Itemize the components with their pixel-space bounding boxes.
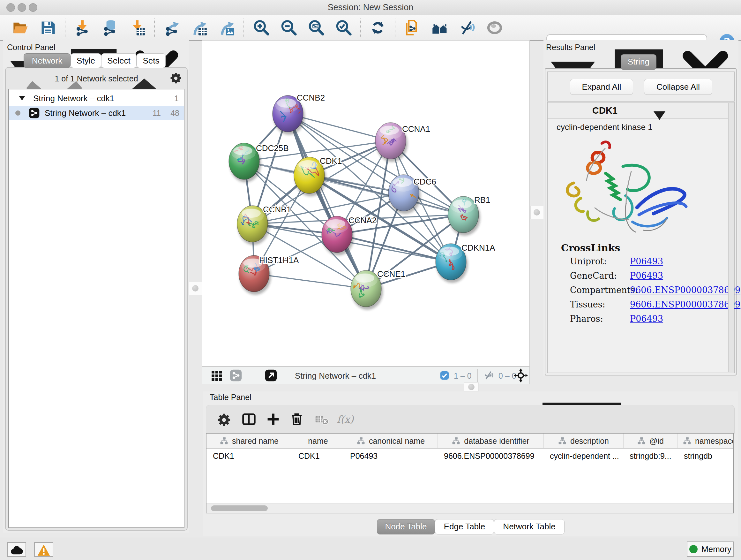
import-table-button[interactable]: [128, 19, 146, 37]
tab-sets[interactable]: Sets: [137, 53, 165, 68]
fit-content-crosshair-icon[interactable]: [514, 368, 528, 382]
crosslink-link[interactable]: P06493: [630, 256, 663, 266]
tab-node-table[interactable]: Node Table: [377, 519, 435, 535]
hide-selected-button[interactable]: [458, 19, 476, 37]
birds-eye-view-icon[interactable]: [211, 370, 223, 382]
collapse-all-button[interactable]: Collapse All: [644, 79, 712, 95]
network-options-gear-icon[interactable]: [170, 71, 182, 84]
cdk1-entry-header[interactable]: CDK1: [548, 103, 734, 119]
cell[interactable]: stringdb:9...: [623, 449, 677, 463]
column-header-canonical-name[interactable]: canonical name: [344, 434, 437, 448]
main-toolbar: ?: [0, 15, 741, 41]
show-all-button[interactable]: [486, 19, 503, 37]
table-row[interactable]: CDK1CDK1P064939606.ENSP00000378699cyclin…: [206, 449, 734, 463]
table-panel-title: Table Panel: [210, 393, 252, 402]
export-network-icon: [163, 19, 180, 36]
selected-items-checkbox-icon[interactable]: [440, 371, 449, 380]
network-view-canvas[interactable]: CCNB2CCNA1CDC25BCDK1CDC6RB1CCNB1CCNA2CDK…: [202, 40, 530, 367]
delete-table-icon: [315, 412, 329, 426]
open-session-button[interactable]: [11, 19, 29, 37]
tab-network[interactable]: Network: [23, 53, 71, 68]
tab-edge-table[interactable]: Edge Table: [435, 519, 494, 535]
network-edge[interactable]: [337, 234, 451, 262]
zoom-selected-button[interactable]: [334, 19, 352, 37]
share-document-button[interactable]: [403, 19, 421, 37]
branch-icon: [357, 437, 365, 445]
results-scrollbar[interactable]: [728, 103, 734, 372]
network-view-badge-icon[interactable]: [230, 369, 242, 381]
column-header-id[interactable]: @id: [623, 434, 677, 448]
table-horizontal-scrollbar[interactable]: [206, 503, 733, 513]
node-label-CDC25B: CDC25B: [256, 143, 289, 153]
crosslink-label: Pharos:: [570, 314, 603, 324]
detach-view-icon[interactable]: [265, 369, 277, 381]
zoom-in-button[interactable]: [252, 19, 270, 37]
memory-button[interactable]: Memory: [687, 542, 734, 557]
right-splitter-handle[interactable]: [530, 206, 544, 219]
tab-style[interactable]: Style: [71, 53, 101, 68]
export-table-button[interactable]: [190, 19, 208, 37]
table-options-gear-icon[interactable]: [217, 412, 231, 426]
crosslink-link[interactable]: 9606.ENSP00000378699: [630, 300, 740, 309]
show-columns-icon[interactable]: [242, 412, 256, 426]
show-all-icon: [486, 19, 503, 36]
toolbar-separator: [244, 18, 244, 37]
network-collection-row[interactable]: String Network – cdk1 1: [9, 91, 184, 105]
crosslinks-title: CrossLinks: [561, 242, 620, 253]
network-row-selected[interactable]: String Network – cdk1 11 48: [9, 106, 184, 120]
zoom-out-button[interactable]: [280, 19, 297, 37]
warning-icon: [35, 544, 53, 557]
warnings-button[interactable]: [34, 542, 53, 557]
cell[interactable]: CDK1: [292, 449, 344, 463]
network-tree: String Network – cdk1 1 String Network –…: [8, 89, 185, 528]
crosslink-link[interactable]: 9606.ENSP00000378699: [630, 285, 740, 295]
node-label-CDC6: CDC6: [414, 177, 436, 186]
refresh-button[interactable]: [369, 19, 387, 37]
crosslink-link[interactable]: P06493: [630, 271, 663, 281]
toolbar-separator: [65, 18, 65, 37]
gene-name: CDK1: [592, 105, 617, 116]
network-collection-label: String Network – cdk1: [33, 94, 114, 104]
hidden-items-icon[interactable]: [483, 370, 494, 381]
node-label-CCNE1: CCNE1: [377, 269, 405, 279]
column-header-shared-name[interactable]: shared name: [206, 434, 292, 448]
cell[interactable]: stringdb: [677, 449, 734, 463]
cell[interactable]: P06493: [344, 449, 437, 463]
bottom-splitter-handle[interactable]: [464, 382, 479, 391]
left-splitter-handle[interactable]: [189, 282, 202, 295]
delete-column-icon[interactable]: [290, 412, 304, 426]
import-network-button[interactable]: [73, 19, 91, 37]
import-database-button[interactable]: [101, 19, 119, 37]
cloud-status-button[interactable]: [7, 542, 26, 557]
application-window: Session: New Session ? Control Panel Net…: [0, 0, 741, 560]
first-neighbors-button[interactable]: [431, 19, 449, 37]
cell[interactable]: CDK1: [206, 449, 292, 463]
export-image-button[interactable]: [218, 19, 235, 37]
tab-string[interactable]: String: [621, 54, 657, 70]
cell[interactable]: cyclin-dependent ...: [543, 449, 623, 463]
refresh-icon: [369, 19, 386, 36]
column-header-namespace[interactable]: namespace: [677, 434, 734, 448]
cell[interactable]: 9606.ENSP00000378699: [437, 449, 543, 463]
crosslink-label: Compartments:: [570, 285, 637, 295]
tree-collapse-icon[interactable]: [18, 94, 26, 103]
tab-network-table[interactable]: Network Table: [494, 519, 564, 535]
collection-network-count: 1: [174, 94, 179, 103]
crosslink-label: GeneCard:: [570, 271, 617, 281]
zoom-fit-icon: [308, 19, 324, 36]
export-table-icon: [191, 19, 207, 36]
column-header-description[interactable]: description: [543, 434, 623, 448]
network-node-count: 11: [152, 109, 161, 118]
tab-select[interactable]: Select: [101, 53, 137, 68]
expand-all-button[interactable]: Expand All: [570, 79, 633, 95]
export-network-button[interactable]: [163, 19, 181, 37]
network-graph[interactable]: CCNB2CCNA1CDC25BCDK1CDC6RB1CCNB1CCNA2CDK…: [202, 41, 529, 366]
branch-icon: [683, 437, 691, 445]
column-header-database-identifier[interactable]: database identifier: [437, 434, 543, 448]
save-session-button[interactable]: [39, 19, 57, 37]
crosslink-link[interactable]: P06493: [630, 314, 663, 324]
add-column-icon[interactable]: [266, 412, 280, 426]
zoom-fit-button[interactable]: [307, 19, 325, 37]
node-label-CDK1: CDK1: [320, 156, 342, 166]
column-header-name[interactable]: name: [292, 434, 344, 448]
